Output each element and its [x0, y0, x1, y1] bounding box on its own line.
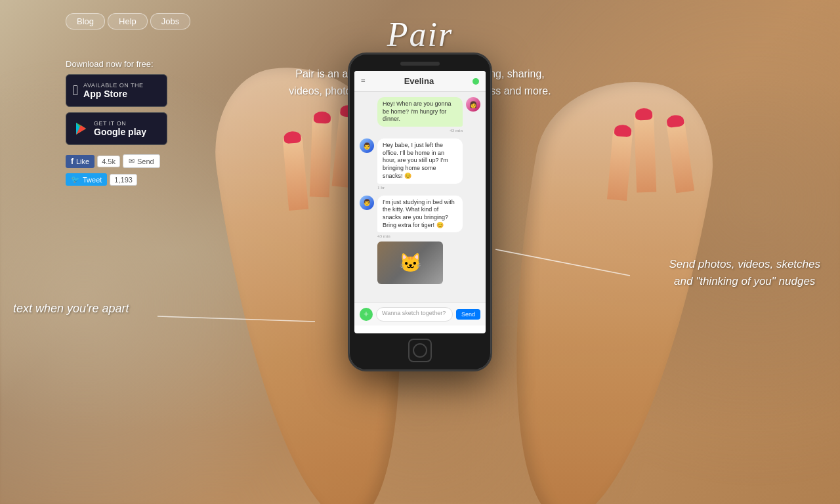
- chat-input-bar: + Wanna sketch together? Send: [354, 302, 486, 326]
- home-button-inner: [413, 343, 427, 358]
- phone-screen: ≡ Evelina 👩 Hey! When are you gonna be h…: [354, 71, 486, 333]
- screen-header: ≡ Evelina: [354, 71, 486, 92]
- send-icon: ✉: [129, 157, 135, 165]
- app-store-text: Available on the App Store: [83, 82, 144, 100]
- message-1: 👩 Hey! When are you gonna be home? I'm h…: [360, 97, 480, 133]
- cat-photo: 🐱: [377, 242, 443, 284]
- send-button[interactable]: ✉ Send: [123, 154, 160, 168]
- google-play-icon: [73, 121, 89, 136]
- phone-body: ≡ Evelina 👩 Hey! When are you gonna be h…: [348, 52, 492, 371]
- nav-blog[interactable]: Blog: [66, 13, 105, 30]
- avatar-male-1: 👨: [360, 138, 374, 153]
- nav-help[interactable]: Help: [108, 13, 148, 30]
- google-play-button[interactable]: GET IT ON Google play: [66, 112, 167, 145]
- svg-text:Pair: Pair: [387, 16, 453, 53]
- phone-speaker: [400, 62, 440, 66]
- timestamp-3: 43 min: [377, 234, 463, 239]
- message-bubble-2: Hey babe, I just left the office. I'll b…: [377, 138, 463, 183]
- message-3: 👨 I'm just studying in bed with the kitt…: [360, 196, 480, 285]
- avatar-male-2: 👨: [360, 196, 374, 210]
- left-annotation: text when you're apart: [13, 302, 129, 316]
- content-layer: Blog Help Jobs Pair Pair is an app for j…: [0, 0, 840, 504]
- chat-input[interactable]: Wanna sketch together?: [376, 307, 453, 322]
- left-panel: Download now for free:  Available on th…: [66, 59, 167, 186]
- message-2: 👨 Hey babe, I just left the office. I'll…: [360, 138, 480, 190]
- send-label: Send: [137, 158, 154, 165]
- timestamp-1: 43 min: [377, 128, 463, 133]
- menu-icon: ≡: [361, 76, 366, 86]
- facebook-count: 4.5k: [97, 156, 120, 167]
- tweet-label: Tweet: [83, 176, 102, 184]
- timestamp-2: 1 hr: [377, 185, 463, 190]
- google-play-text: GET IT ON Google play: [94, 120, 146, 138]
- message-bubble-1: Hey! When are you gonna be home? I'm hun…: [377, 97, 463, 127]
- facebook-row: f Like 4.5k ✉ Send: [66, 154, 167, 168]
- facebook-like-button[interactable]: f Like: [66, 155, 94, 168]
- twitter-row: 🐦 Tweet 1,193: [66, 173, 167, 186]
- app-store-button[interactable]:  Available on the App Store: [66, 74, 167, 107]
- add-button[interactable]: +: [360, 308, 373, 321]
- message-bubble-3: I'm just studying in bed with the kitty.…: [377, 196, 463, 233]
- status-dot: [472, 78, 479, 85]
- facebook-like-label: Like: [76, 158, 89, 165]
- chat-area: 👩 Hey! When are you gonna be home? I'm h…: [354, 92, 486, 302]
- avatar-female-1: 👩: [466, 97, 480, 112]
- twitter-icon: 🐦: [71, 175, 80, 184]
- phone-home-button[interactable]: [408, 339, 432, 362]
- apple-icon: : [73, 83, 78, 98]
- nav-jobs[interactable]: Jobs: [150, 13, 190, 30]
- phone-mockup: ≡ Evelina 👩 Hey! When are you gonna be h…: [348, 52, 492, 371]
- navigation: Blog Help Jobs: [66, 13, 190, 30]
- facebook-icon: f: [71, 157, 74, 166]
- download-label: Download now for free:: [66, 59, 167, 69]
- twitter-count: 1,193: [110, 174, 137, 186]
- chat-send-button[interactable]: Send: [456, 309, 480, 320]
- contact-name: Evelina: [404, 76, 434, 86]
- tweet-button[interactable]: 🐦 Tweet: [66, 173, 107, 186]
- logo-svg: Pair: [374, 10, 466, 56]
